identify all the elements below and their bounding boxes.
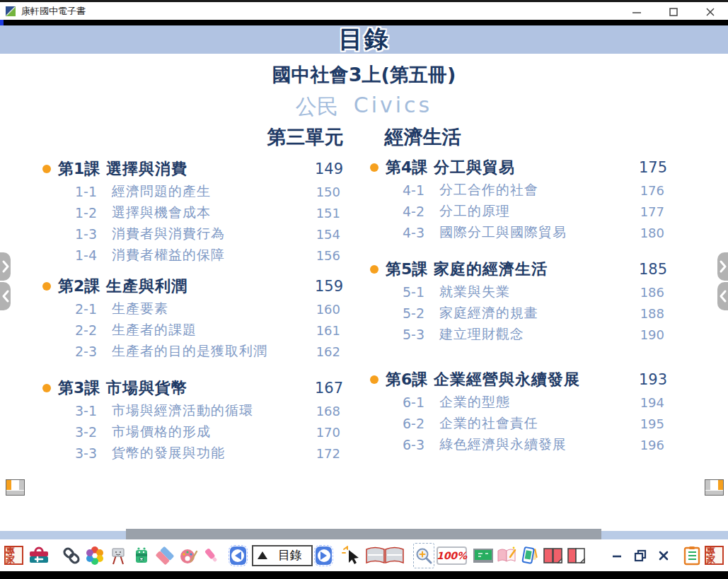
page-corner-bottom [705,491,723,495]
easel-button[interactable] [108,543,129,568]
maximize-button[interactable] [663,4,684,20]
toc-subitem-5-1[interactable]: 5-1 就業與失業 186 [370,281,667,303]
toc-lesson-4[interactable]: 第4課 分工與貿易 175 [370,156,667,180]
bottom-divider [0,571,728,579]
checklist-button[interactable] [681,543,703,568]
page-view-button[interactable] [364,543,405,568]
next-page-button[interactable] [316,546,333,565]
toc-subitem-3-3[interactable]: 3-3 貨幣的發展與功能 172 [42,443,343,464]
zoom-level-badge[interactable]: 100% [437,546,468,565]
eraser-icon [155,546,175,566]
toolbar-close-button[interactable] [653,543,674,568]
one-page-view-button[interactable] [566,543,587,568]
toc-subitem-4-3[interactable]: 4-3 國際分工與國際貿易 180 [370,222,667,243]
subitem-number: 2-3 [75,344,112,359]
lesson-page: 193 [639,371,667,388]
reading-book-button[interactable] [496,543,517,568]
subitem-page: 195 [640,416,664,431]
toc-subitem-3-1[interactable]: 3-1 市場與經濟活動的循環 168 [42,400,343,421]
minimize-button[interactable] [626,4,647,20]
subitem-number: 3-2 [75,424,112,440]
toolbar-restore-button[interactable] [630,543,651,568]
toc-subitem-1-2[interactable]: 1-2 選擇與機會成本 151 [42,202,343,223]
toc-banner: 目錄 [0,25,728,54]
prev-page-button[interactable] [230,546,247,565]
page-corner-strip [705,480,710,490]
bullet-icon [42,282,51,291]
chalkboard-button[interactable] [473,543,494,568]
page-corner-bottom [6,491,24,495]
toc-subitem-6-1[interactable]: 6-1 企業的型態 194 [370,392,667,413]
toc-subitem-6-3[interactable]: 6-3 綠色經濟與永續發展 196 [370,434,667,455]
toc-subitem-2-3[interactable]: 2-3 生產者的目的是獲取利潤 162 [42,341,343,362]
book-title: 國中社會3上(第五冊) [0,62,728,88]
toolbar-restore-icon [633,549,647,563]
subitem-title: 消費者與消費行為 [112,225,316,243]
toc-lesson-3[interactable]: 第3課 市場與貨幣 167 [42,376,343,400]
toc-subitem-1-3[interactable]: 1-3 消費者與消費行為 154 [42,223,343,245]
page-selector[interactable]: 目錄 [252,545,313,566]
two-page-view-button[interactable] [543,543,564,568]
side-nav-right-next-button[interactable] [717,252,728,281]
subitem-number: 4-2 [403,204,439,219]
close-button[interactable] [700,4,721,20]
subitem-title: 綠色經濟與永續發展 [439,435,640,454]
subitem-title: 國際分工與國際貿易 [439,223,640,242]
subitem-number: 4-3 [403,225,439,240]
subitem-page: 188 [640,306,664,321]
subitem-number: 1-3 [75,226,112,242]
subitem-title: 選擇與機會成本 [112,204,316,222]
subitem-title: 家庭經濟的規畫 [439,304,640,322]
one-page-view-icon [566,546,587,565]
robot-icon [132,546,151,566]
pointer-tool-button[interactable] [341,543,362,568]
device-pages-icon [519,546,541,566]
expert-mode-button-right[interactable]: 專家 [705,546,724,565]
toc-lesson-5[interactable]: 第5課 家庭的經濟生活 185 [370,257,667,281]
device-pages-button[interactable] [519,543,541,568]
side-nav-left-next-button[interactable] [0,252,11,281]
page-corner-left-button[interactable] [6,479,25,496]
subitem-page: 194 [640,395,664,410]
expert-mode-button-left[interactable]: 專家 [4,546,23,565]
toc-column-right: 第4課 分工與貿易 175 4-1 分工合作的社會 176 4-2 分工的原理 … [370,156,667,455]
toc-lesson-1[interactable]: 第1課 選擇與消費 149 [42,157,343,181]
marker-button[interactable] [201,543,222,568]
subitem-title: 企業的社會責任 [439,414,640,433]
lesson-title: 企業經營與永續發展 [434,369,639,390]
toolbox-icon [28,546,50,566]
pinwheel-button[interactable] [84,543,105,568]
side-nav-left-prev-button[interactable] [0,282,11,310]
lesson-number: 第6課 [386,369,434,390]
robot-button[interactable] [131,543,152,568]
toc-subitem-4-2[interactable]: 4-2 分工的原理 177 [370,201,667,222]
toc-lesson-6[interactable]: 第6課 企業經營與永續發展 193 [370,368,667,392]
zoom-in-button[interactable] [413,543,434,568]
toolbox-button[interactable] [28,543,50,568]
toc-subitem-3-2[interactable]: 3-2 市場價格的形成 170 [42,421,343,443]
subitem-number: 1-1 [75,184,112,199]
bullet-icon [370,375,379,384]
subject-zh: 公民 [296,93,338,122]
subitem-page: 150 [316,185,340,199]
pointer-icon [342,546,362,566]
toc-subitem-5-2[interactable]: 5-2 家庭經濟的規畫 188 [370,303,667,324]
eraser-button[interactable] [154,543,175,568]
palette-button[interactable] [178,543,199,568]
bullet-icon [42,384,51,392]
toc-lesson-2[interactable]: 第2課 生產與利潤 159 [42,274,343,298]
toc-subitem-2-2[interactable]: 2-2 生產者的課題 161 [42,320,343,341]
subitem-page: 170 [316,425,340,440]
toc-subitem-2-1[interactable]: 2-1 生產要素 160 [42,298,343,320]
side-nav-right-prev-button[interactable] [717,282,728,310]
subitem-page: 186 [640,285,664,300]
link-button[interactable] [61,543,82,568]
toc-subitem-1-4[interactable]: 1-4 消費者權益的保障 156 [42,245,343,266]
toolbar-minimize-button[interactable] [606,543,628,568]
toc-subitem-4-1[interactable]: 4-1 分工合作的社會 176 [370,180,667,201]
page-corner-right-button[interactable] [705,479,724,496]
subitem-title: 分工合作的社會 [439,181,640,199]
toc-subitem-5-3[interactable]: 5-3 建立理財觀念 190 [370,324,667,345]
toc-subitem-1-1[interactable]: 1-1 經濟問題的產生 150 [42,181,343,202]
toc-subitem-6-2[interactable]: 6-2 企業的社會責任 195 [370,413,667,434]
